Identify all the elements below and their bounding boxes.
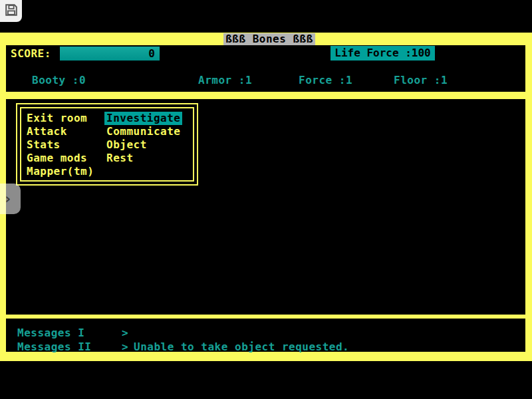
messages-1-prompt: > [122,327,128,339]
status-divider [0,92,532,99]
menu-item-investigate[interactable]: Investigate [104,112,182,125]
drawer-handle[interactable]: › [0,184,21,214]
menu-item-mapper[interactable]: Mapper(tm) [27,165,94,178]
menu-column-right: Investigate Communicate Object Rest [106,112,180,165]
menu-item-attack[interactable]: Attack [27,125,94,138]
armor-stat: Armor :1 [198,74,252,86]
game-title: ßßß Bones ßßß [223,33,315,45]
menu-item-object[interactable]: Object [106,138,147,151]
menu-item-exit-room[interactable]: Exit room [27,112,94,125]
messages-2-prompt: > [122,340,128,353]
score-label: SCORE: [11,47,51,60]
menu-item-rest[interactable]: Rest [106,152,134,164]
menu-item-game-mods[interactable]: Game mods [27,152,94,165]
messages-1-label: Messages I [17,327,84,339]
action-menu: Exit room Attack Stats Game mods Mapper(… [16,103,198,186]
game-screen: › ßßß Bones ßßß SCORE: 0 Life Force :100… [0,0,532,399]
force-stat: Force :1 [299,74,352,86]
save-button[interactable] [0,0,22,22]
action-menu-inner-border: Exit room Attack Stats Game mods Mapper(… [20,107,194,182]
menu-item-stats[interactable]: Stats [27,138,94,152]
life-force-badge: Life Force :100 [331,46,435,61]
frame-border-bottom [0,352,532,361]
booty-stat: Booty :0 [32,74,86,86]
menu-column-left: Exit room Attack Stats Game mods Mapper(… [27,112,94,178]
floppy-disk-icon [4,3,19,19]
messages-2-text: Unable to take object requested. [134,340,349,353]
menu-item-communicate[interactable]: Communicate [106,125,180,138]
chevron-right-icon: › [3,192,12,206]
floor-stat: Floor :1 [394,74,448,86]
score-bar: 0 [60,47,160,61]
messages-2-label: Messages II [17,340,91,353]
messages-divider [0,315,532,319]
